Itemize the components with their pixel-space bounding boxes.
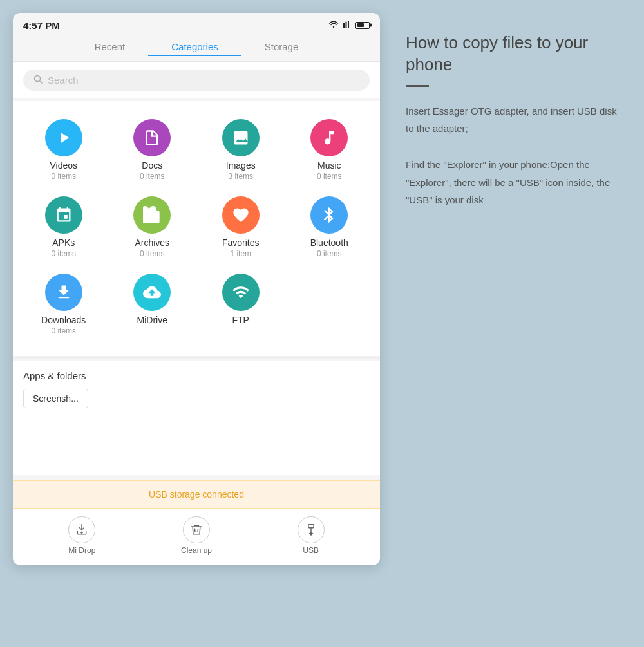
svg-text:ZIP: ZIP xyxy=(148,214,156,220)
category-bluetooth[interactable]: Bluetooth 0 items xyxy=(285,189,374,266)
phone-mockup: 4:57 PM xyxy=(13,13,380,565)
folder-screenshots[interactable]: Screensh... xyxy=(23,389,88,408)
toolbar-cleanup[interactable]: Clean up xyxy=(181,516,212,555)
bluetooth-icon xyxy=(310,196,348,234)
apks-icon xyxy=(45,196,82,234)
usb-circle xyxy=(298,516,325,543)
cleanup-circle xyxy=(183,516,210,543)
svg-point-0 xyxy=(333,27,334,28)
usb-label: USB xyxy=(303,546,319,555)
midrop-label: Mi Drop xyxy=(68,546,95,555)
music-icon xyxy=(310,119,348,156)
category-favorites[interactable]: Favorites 1 item xyxy=(196,189,285,266)
empty-area xyxy=(13,417,380,475)
toolbar-midrop[interactable]: Mi Drop xyxy=(68,516,95,555)
wifi-icon xyxy=(328,20,339,30)
midrive-icon xyxy=(133,274,171,311)
archives-icon: ZIP xyxy=(133,196,171,234)
svg-point-8 xyxy=(81,532,83,534)
how-to-text: Insert Essager OTG adapter, and insert U… xyxy=(406,102,625,210)
search-box[interactable]: Search xyxy=(23,70,370,91)
svg-rect-3 xyxy=(348,21,349,28)
downloads-icon xyxy=(45,274,82,311)
tab-recent[interactable]: Recent xyxy=(71,39,149,56)
images-icon xyxy=(222,119,260,156)
usb-banner-text: USB storage connected xyxy=(149,489,244,500)
category-ftp[interactable]: FTP xyxy=(196,266,285,343)
apps-section: Apps & folders Screensh... xyxy=(13,361,380,417)
ftp-icon xyxy=(222,274,260,311)
category-images[interactable]: Images 3 items xyxy=(196,111,285,189)
favorites-icon xyxy=(222,196,260,234)
right-panel: How to copy files to your phone Insert E… xyxy=(399,13,631,222)
sim-icon xyxy=(343,19,352,31)
videos-icon xyxy=(45,119,82,156)
svg-line-5 xyxy=(40,81,43,84)
bottom-toolbar: Mi Drop Clean up USB xyxy=(13,509,380,565)
category-videos[interactable]: Videos 0 items xyxy=(19,111,108,189)
search-container: Search xyxy=(13,62,380,98)
battery-icon xyxy=(355,22,370,29)
tab-storage[interactable]: Storage xyxy=(242,39,322,56)
search-placeholder: Search xyxy=(48,75,79,86)
category-music[interactable]: Music 0 items xyxy=(285,111,374,189)
cleanup-label: Clean up xyxy=(181,546,212,555)
status-icons xyxy=(328,19,370,31)
apps-section-title: Apps & folders xyxy=(23,370,370,381)
category-downloads[interactable]: Downloads 0 items xyxy=(19,266,108,343)
usb-banner: USB storage connected xyxy=(13,480,380,509)
docs-icon xyxy=(133,119,171,156)
status-bar: 4:57 PM xyxy=(13,13,380,35)
status-time: 4:57 PM xyxy=(23,20,60,31)
category-archives[interactable]: ZIP Archives 0 items xyxy=(108,189,197,266)
svg-rect-1 xyxy=(343,23,345,28)
category-docs[interactable]: Docs 0 items xyxy=(108,111,197,189)
search-icon xyxy=(33,75,43,86)
category-apks[interactable]: APKs 0 items xyxy=(19,189,108,266)
how-to-divider xyxy=(406,85,429,87)
categories-section: Videos 0 items Docs 0 items Images 3 ite… xyxy=(13,101,380,356)
how-to-title: How to copy files to your phone xyxy=(406,32,625,76)
toolbar-usb[interactable]: USB xyxy=(298,516,325,555)
tab-categories[interactable]: Categories xyxy=(148,39,242,56)
category-grid: Videos 0 items Docs 0 items Images 3 ite… xyxy=(13,111,380,343)
midrop-circle xyxy=(68,516,95,543)
svg-rect-2 xyxy=(346,22,347,29)
tab-bar: Recent Categories Storage xyxy=(13,35,380,62)
category-midrive[interactable]: MiDrive xyxy=(108,266,197,343)
